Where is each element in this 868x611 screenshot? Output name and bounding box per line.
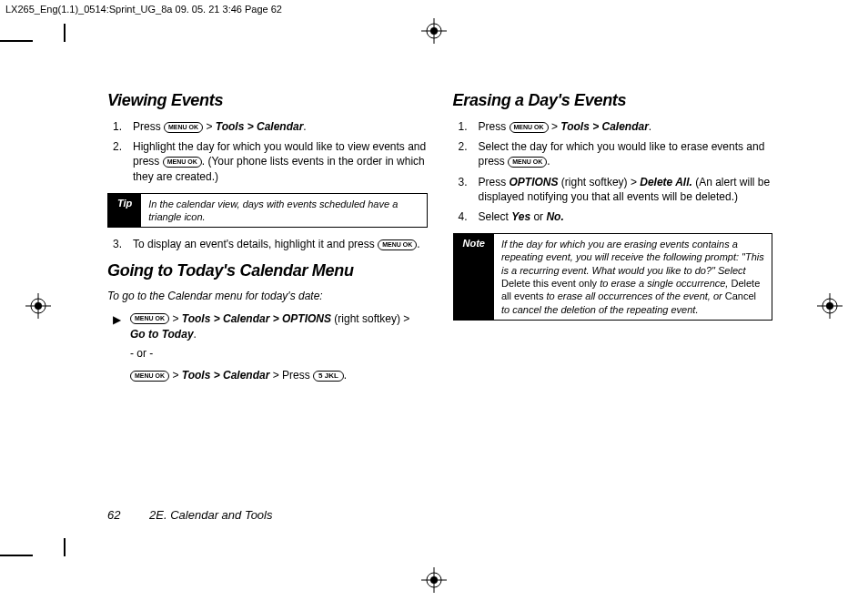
page-number: 62 [107,508,120,522]
menu-path: Tools > Calendar [560,120,649,133]
list-item: Press OPTIONS (right softkey) > Delete A… [479,175,773,204]
print-header: LX265_Eng(1.1)_0514:Sprint_UG_8a 09. 05.… [5,4,282,15]
intro-text: To go to the Calendar menu for today's d… [107,290,428,302]
registration-mark-icon [421,18,447,44]
no-label: No. [546,210,563,223]
section-title: 2E. Calendar and Tools [149,508,272,522]
registration-mark-icon [817,293,843,319]
text: > [549,120,561,133]
text: Press [479,120,510,133]
delete-all-label: Delete All. [640,176,692,188]
bullet-item: ▶ MENU OK > Tools > Calendar > OPTIONS (… [107,311,428,384]
text: > [203,120,216,133]
right-column: Erasing a Day's Events Press MENU OK > T… [453,91,773,529]
option-label: Cancel [725,290,756,301]
list-item: To display an event's details, highlight… [133,237,428,251]
list-item: Press MENU OK > Tools > Calendar. [479,119,773,134]
crop-mark [64,24,66,42]
left-column: Viewing Events Press MENU OK > Tools > C… [107,91,428,529]
text: (right softkey) > [331,312,409,325]
list-item: Select the day for which you would like … [479,139,773,168]
page-footer: 62 2E. Calendar and Tools [107,508,272,522]
tip-box: Tip In the calendar view, days with even… [107,193,428,229]
menu-ok-key-icon: MENU OK [164,122,203,133]
note-text: If the day for which you are erasing eve… [494,234,772,320]
text: If the day for which you are erasing eve… [501,239,764,276]
text: to cancel the deletion of the repeating … [501,304,699,315]
text: . [194,328,197,341]
text: . [417,238,419,250]
menu-path: Tools > Calendar > OPTIONS [182,312,331,325]
list-item: Highlight the day for which you would li… [133,139,428,184]
menu-path: Tools > Calendar [216,120,304,133]
heading-erasing-events: Erasing a Day's Events [453,91,773,110]
menu-ok-key-icon: MENU OK [163,157,202,168]
text: to erase all occurrences of the event, o… [543,290,724,301]
menu-ok-key-icon: MENU OK [130,313,169,324]
yes-label: Yes [511,210,530,223]
list-item: Press MENU OK > Tools > Calendar. [133,119,428,134]
options-label: OPTIONS [510,176,559,188]
five-key-icon: 5 JKL [313,371,344,382]
text: To display an event's details, highlight… [133,238,378,250]
menu-ok-key-icon: MENU OK [130,371,169,382]
option-label: Delete this event only [501,278,597,289]
text: > Press [269,369,313,382]
registration-mark-icon [25,293,51,319]
text: to erase a single occurrence, [597,278,731,289]
text: . [303,120,306,133]
text: Press [479,176,510,188]
crop-mark [0,40,33,42]
registration-mark-icon [421,567,447,593]
page-body: Viewing Events Press MENU OK > Tools > C… [107,91,772,529]
text: (right softkey) > [559,176,641,188]
text: or [530,210,546,223]
heading-going-to-today: Going to Today's Calendar Menu [107,261,428,280]
tip-text: In the calendar view, days with events s… [141,194,426,228]
menu-ok-key-icon: MENU OK [510,122,549,133]
triangle-bullet-icon: ▶ [113,313,121,326]
menu-path: Tools > Calendar [182,369,270,382]
crop-mark [0,555,33,556]
heading-viewing-events: Viewing Events [107,91,428,110]
text: Press [133,120,164,133]
menu-path: Go to Today [130,328,194,341]
tip-label: Tip [108,194,141,228]
text: Select [479,210,512,223]
note-label: Note [454,234,494,320]
crop-mark [64,538,66,556]
text: . [649,120,651,133]
or-divider: - or - [130,346,409,362]
menu-ok-key-icon: MENU OK [508,157,547,168]
text: . [547,155,550,168]
note-box: Note If the day for which you are erasin… [453,233,773,321]
list-item: Select Yes or No. [479,209,773,224]
menu-ok-key-icon: MENU OK [378,239,417,250]
text: . [344,369,347,382]
